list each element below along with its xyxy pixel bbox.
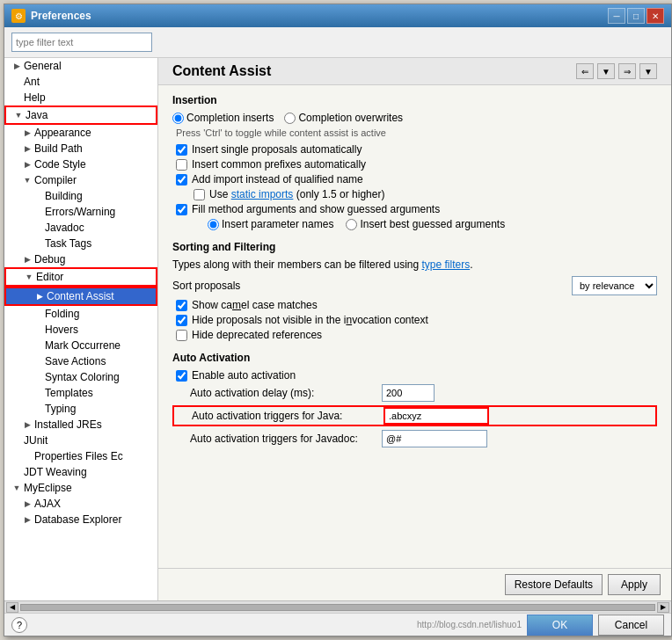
sidebar-item-debug[interactable]: ▶ Debug — [4, 251, 157, 267]
sorting-desc-text: Types along with their members can be fi… — [172, 258, 421, 271]
sidebar-label-appearance: Appearance — [34, 127, 91, 139]
sidebar-item-help[interactable]: Help — [4, 90, 157, 105]
enable-auto-activation-checkbox[interactable] — [176, 370, 187, 382]
restore-defaults-button[interactable]: Restore Defaults — [505, 574, 603, 595]
sidebar-item-database-explorer[interactable]: ▶ Database Explorer — [4, 512, 157, 527]
sidebar-item-myeclipse[interactable]: ▼ MyEclipse — [4, 480, 157, 496]
sidebar-item-build-path[interactable]: ▶ Build Path — [4, 141, 157, 156]
sidebar-item-appearance[interactable]: ▶ Appearance — [4, 125, 157, 141]
sort-proposals-select[interactable]: by relevance alphabetically — [572, 276, 657, 295]
completion-overwrites-radio[interactable] — [284, 113, 296, 124]
insert-single-label: Insert single proposals automatically — [192, 143, 362, 156]
url-hint: http://blog.csdn.net/lishuo1 — [417, 620, 522, 629]
expand-icon-code-style: ▶ — [22, 160, 33, 169]
hide-deprecated-row: Hide deprecated references — [172, 329, 657, 341]
scroll-right-button[interactable]: ▶ — [657, 602, 669, 613]
static-imports-link[interactable]: static imports — [231, 188, 294, 200]
sidebar-label-errors: Errors/Warning — [45, 206, 115, 218]
sidebar-item-properties[interactable]: Properties Files Ec — [4, 448, 157, 464]
sidebar-label-code-style: Code Style — [34, 158, 86, 171]
trigger-java-label: Auto activation triggers for Java: — [192, 410, 376, 422]
nav-dropdown-button[interactable]: ▼ — [597, 63, 615, 79]
insert-common-checkbox[interactable] — [176, 159, 187, 171]
type-filters-link[interactable]: type filters — [421, 258, 470, 271]
apply-button[interactable]: Apply — [608, 574, 661, 595]
filter-input[interactable] — [11, 33, 152, 52]
sidebar-label-hovers: Hovers — [45, 324, 78, 336]
sidebar-item-code-style[interactable]: ▶ Code Style — [4, 156, 157, 172]
completion-inserts-radio[interactable] — [172, 113, 184, 124]
sidebar-label-build-path: Build Path — [34, 142, 83, 155]
hide-deprecated-checkbox[interactable] — [176, 330, 187, 341]
nav-arrows: ⇐ ▼ ⇒ ▼ — [576, 63, 657, 79]
expand-icon-editor: ▼ — [24, 273, 34, 281]
sidebar-item-installed-jres[interactable]: ▶ Installed JREs — [4, 417, 157, 433]
hide-proposals-checkbox[interactable] — [176, 315, 187, 326]
cancel-button[interactable]: Cancel — [598, 615, 664, 636]
nav-forward-dropdown-button[interactable]: ▼ — [639, 63, 657, 79]
completion-overwrites-label: Completion overwrites — [298, 112, 403, 124]
sidebar-item-ant[interactable]: Ant — [4, 74, 157, 90]
title-bar: ⚙ Preferences ─ □ ✕ — [4, 4, 671, 27]
hide-deprecated-label: Hide deprecated references — [192, 329, 322, 341]
add-import-checkbox[interactable] — [176, 174, 187, 185]
sidebar-item-javadoc[interactable]: Javadoc — [4, 220, 157, 236]
sidebar-item-jdt-weaving[interactable]: JDT Weaving — [4, 464, 157, 480]
trigger-java-input[interactable] — [383, 407, 489, 425]
sidebar-item-task-tags[interactable]: Task Tags — [4, 236, 157, 251]
trigger-javadoc-input[interactable] — [382, 430, 487, 447]
main-split: ▶ General Ant Help ▼ Java ▶ Appear — [4, 58, 671, 600]
sidebar-item-junit[interactable]: JUnit — [4, 433, 157, 448]
insert-single-checkbox[interactable] — [176, 144, 187, 156]
show-camel-row: Show camel case matches — [172, 299, 657, 311]
sidebar-item-editor[interactable]: ▼ Editor — [4, 267, 157, 287]
minimize-button[interactable]: ─ — [608, 8, 625, 24]
delay-input[interactable] — [382, 384, 435, 402]
insert-param-names-option[interactable]: Insert parameter names — [208, 218, 333, 230]
window-icon: ⚙ — [11, 9, 26, 23]
completion-overwrites-option[interactable]: Completion overwrites — [284, 112, 403, 124]
sidebar-label-jdt: JDT Weaving — [24, 466, 87, 478]
sidebar-item-mark-occurrences[interactable]: Mark Occurrene — [4, 338, 157, 353]
trigger-javadoc-row: Auto activation triggers for Javadoc: — [172, 430, 657, 447]
fill-method-checkbox[interactable] — [176, 204, 187, 215]
show-camel-checkbox[interactable] — [176, 300, 187, 311]
nav-back-button[interactable]: ⇐ — [576, 63, 594, 79]
ok-button[interactable]: OK — [527, 615, 593, 636]
sidebar-item-errors-warnings[interactable]: Errors/Warning — [4, 204, 157, 220]
sidebar-item-content-assist[interactable]: ▶ Content Assist — [4, 287, 157, 306]
sidebar-item-compiler[interactable]: ▼ Compiler — [4, 172, 157, 188]
use-static-checkbox[interactable] — [194, 189, 205, 200]
sidebar-item-java[interactable]: ▼ Java — [4, 105, 157, 125]
scroll-left-button[interactable]: ◀ — [6, 602, 18, 613]
insert-best-guessed-option[interactable]: Insert best guessed arguments — [346, 218, 505, 230]
sort-proposals-label: Sort proposals — [172, 280, 240, 292]
completion-inserts-option[interactable]: Completion inserts — [172, 112, 274, 124]
sidebar-item-ajax[interactable]: ▶ AJAX — [4, 496, 157, 512]
nav-forward-button[interactable]: ⇒ — [618, 63, 636, 79]
window-title: Preferences — [31, 10, 91, 22]
sidebar-label-editor: Editor — [36, 271, 63, 283]
sidebar-label-mark: Mark Occurrene — [45, 339, 121, 352]
sidebar: ▶ General Ant Help ▼ Java ▶ Appear — [4, 58, 158, 600]
add-import-label: Add import instead of qualified name — [192, 173, 363, 185]
sidebar-label-jres: Installed JREs — [34, 418, 102, 431]
sidebar-item-templates[interactable]: Templates — [4, 385, 157, 401]
sidebar-label-myeclipse: MyEclipse — [24, 482, 72, 494]
sidebar-item-syntax-coloring[interactable]: Syntax Coloring — [4, 369, 157, 385]
sidebar-item-save-actions[interactable]: Save Actions — [4, 353, 157, 369]
insert-best-guessed-radio[interactable] — [346, 219, 357, 230]
sidebar-item-typing[interactable]: Typing — [4, 401, 157, 417]
use-static-row: Use static imports (only 1.5 or higher) — [172, 188, 657, 200]
sidebar-item-building[interactable]: Building — [4, 188, 157, 204]
sidebar-item-general[interactable]: ▶ General — [4, 58, 157, 74]
insertion-section: Insertion Completion inserts Completion … — [172, 94, 657, 230]
close-button[interactable]: ✕ — [646, 8, 664, 24]
sidebar-item-folding[interactable]: Folding — [4, 306, 157, 322]
sidebar-item-hovers[interactable]: Hovers — [4, 322, 157, 338]
sidebar-label-syntax: Syntax Coloring — [45, 371, 120, 383]
insert-param-names-radio[interactable] — [208, 219, 219, 230]
maximize-button[interactable]: □ — [627, 8, 645, 24]
help-icon[interactable]: ? — [11, 617, 27, 633]
expand-icon-jres: ▶ — [22, 420, 33, 429]
